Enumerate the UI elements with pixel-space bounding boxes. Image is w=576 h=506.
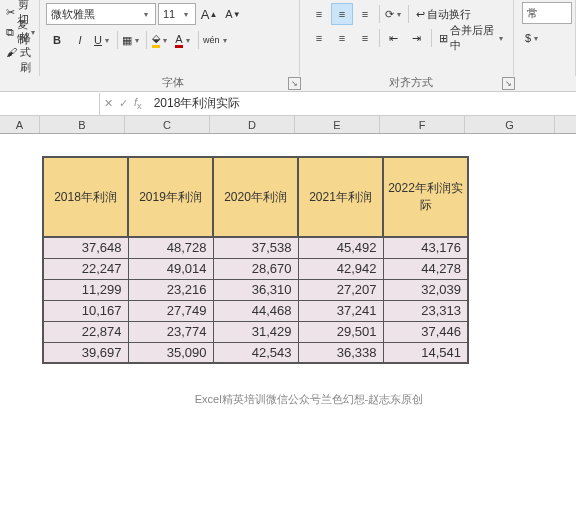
table-cell[interactable]: 36,338 [298,342,383,363]
decrease-indent-button[interactable]: ⇤ [383,27,405,49]
table-cell[interactable]: 23,774 [128,321,213,342]
align-dialog-launcher[interactable]: ↘ [502,77,515,90]
table-cell[interactable]: 32,039 [383,279,468,300]
number-format-select[interactable]: 常 [522,2,572,24]
underline-button[interactable]: U▾ [92,29,114,51]
data-table: 2018年利润2019年利润2020年利润2021年利润2022年利润实际 37… [42,156,469,364]
border-icon: ▦ [122,34,132,47]
table-cell[interactable]: 45,492 [298,237,383,258]
table-cell[interactable]: 35,090 [128,342,213,363]
italic-button[interactable]: I [69,29,91,51]
font-group: 微软雅黑▾ 11▾ A▲ A▼ B I U▾ ▦▾ ⬙▾ A▾ wén▾ [42,0,300,76]
col-header-C[interactable]: C [125,116,210,133]
align-center-button[interactable]: ≡ [331,27,353,49]
table-cell[interactable]: 27,207 [298,279,383,300]
font-group-label: 字体 [42,75,304,90]
col-header-D[interactable]: D [210,116,295,133]
col-header-F[interactable]: F [380,116,465,133]
align-middle-button[interactable]: ≡ [331,3,353,25]
table-cell[interactable]: 49,014 [128,258,213,279]
bold-button[interactable]: B [46,29,68,51]
table-header[interactable]: 2018年利润 [43,157,128,237]
merge-center-button[interactable]: ⊞合并后居中▾ [435,27,509,49]
align-left-button[interactable]: ≡ [308,27,330,49]
cancel-formula-button[interactable]: ✕ [104,97,113,110]
table-cell[interactable]: 11,299 [43,279,128,300]
phonetic-button[interactable]: wén▾ [202,29,231,51]
increase-font-button[interactable]: A▲ [198,3,220,25]
table-cell[interactable]: 48,728 [128,237,213,258]
table-cell[interactable]: 37,241 [298,300,383,321]
font-name-select[interactable]: 微软雅黑▾ [46,3,156,25]
format-painter-button[interactable]: 🖌格式刷 [4,42,35,62]
scissors-icon: ✂ [6,6,15,19]
table-cell[interactable]: 37,446 [383,321,468,342]
table-cell[interactable]: 36,310 [213,279,298,300]
border-button[interactable]: ▦▾ [121,29,143,51]
col-header-B[interactable]: B [40,116,125,133]
col-header-A[interactable]: A [0,116,40,133]
formula-input[interactable]: 2018年利润实际 [146,95,576,112]
decrease-font-button[interactable]: A▼ [222,3,244,25]
ribbon: ✂剪切 ⧉复制▾ 🖌格式刷 微软雅黑▾ 11▾ A▲ A▼ B I U▾ ▦▾ … [0,0,576,92]
table-cell[interactable]: 22,874 [43,321,128,342]
table-cell[interactable]: 23,216 [128,279,213,300]
table-row: 10,16727,74944,46837,24123,313 [43,300,468,321]
table-cell[interactable]: 42,942 [298,258,383,279]
align-bottom-button[interactable]: ≡ [354,3,376,25]
caption-text: Excel精英培训微信公众号兰色幻想-赵志东原创 [42,392,576,407]
clipboard-group: ✂剪切 ⧉复制▾ 🖌格式刷 [0,0,40,76]
alignment-group: ≡ ≡ ≡ ⟳▾ ↩自动换行 ≡ ≡ ≡ ⇤ ⇥ ⊞合并后居中▾ [304,0,514,76]
align-top-button[interactable]: ≡ [308,3,330,25]
table-row: 39,69735,09042,54336,33814,541 [43,342,468,363]
table-cell[interactable]: 27,749 [128,300,213,321]
table-cell[interactable]: 44,468 [213,300,298,321]
col-header-G[interactable]: G [465,116,555,133]
table-cell[interactable]: 22,247 [43,258,128,279]
accept-formula-button[interactable]: ✓ [119,97,128,110]
table-cell[interactable]: 14,541 [383,342,468,363]
number-group: 常 $▾ [518,0,576,76]
bucket-icon: ⬙ [152,32,160,48]
table-header[interactable]: 2019年利润 [128,157,213,237]
table-cell[interactable]: 23,313 [383,300,468,321]
table-header[interactable]: 2021年利润 [298,157,383,237]
increase-indent-button[interactable]: ⇥ [406,27,428,49]
col-header-E[interactable]: E [295,116,380,133]
fmt-label: 格式刷 [20,30,33,75]
wrap-icon: ↩ [416,8,425,21]
table-header[interactable]: 2022年利润实际 [383,157,468,237]
table-cell[interactable]: 29,501 [298,321,383,342]
align-right-button[interactable]: ≡ [354,27,376,49]
table-row: 22,24749,01428,67042,94244,278 [43,258,468,279]
table-cell[interactable]: 10,167 [43,300,128,321]
table-row: 11,29923,21636,31027,20732,039 [43,279,468,300]
fx-button[interactable]: fx [134,96,142,111]
wrap-text-button[interactable]: ↩自动换行 [412,3,475,25]
table-cell[interactable]: 28,670 [213,258,298,279]
font-size-select[interactable]: 11▾ [158,3,196,25]
align-group-label: 对齐方式 [304,75,518,90]
table-cell[interactable]: 31,429 [213,321,298,342]
table-cell[interactable]: 37,648 [43,237,128,258]
currency-button[interactable]: $▾ [522,27,544,49]
font-color-button[interactable]: A▾ [173,29,195,51]
merge-icon: ⊞ [439,32,448,45]
fill-color-button[interactable]: ⬙▾ [150,29,172,51]
formula-bar: ✕ ✓ fx 2018年利润实际 [0,92,576,116]
font-dialog-launcher[interactable]: ↘ [288,77,301,90]
column-headers: ABCDEFG [0,116,576,134]
table-cell[interactable]: 37,538 [213,237,298,258]
table-row: 37,64848,72837,53845,49243,176 [43,237,468,258]
table-row: 22,87423,77431,42929,50137,446 [43,321,468,342]
table-cell[interactable]: 42,543 [213,342,298,363]
orientation-button[interactable]: ⟳▾ [383,3,405,25]
brush-icon: 🖌 [6,46,17,58]
spreadsheet-grid[interactable]: ABCDEFG 2018年利润2019年利润2020年利润2021年利润2022… [0,116,576,506]
font-color-icon: A [175,33,182,48]
table-cell[interactable]: 43,176 [383,237,468,258]
table-cell[interactable]: 39,697 [43,342,128,363]
table-cell[interactable]: 44,278 [383,258,468,279]
name-box[interactable] [0,93,100,115]
table-header[interactable]: 2020年利润 [213,157,298,237]
